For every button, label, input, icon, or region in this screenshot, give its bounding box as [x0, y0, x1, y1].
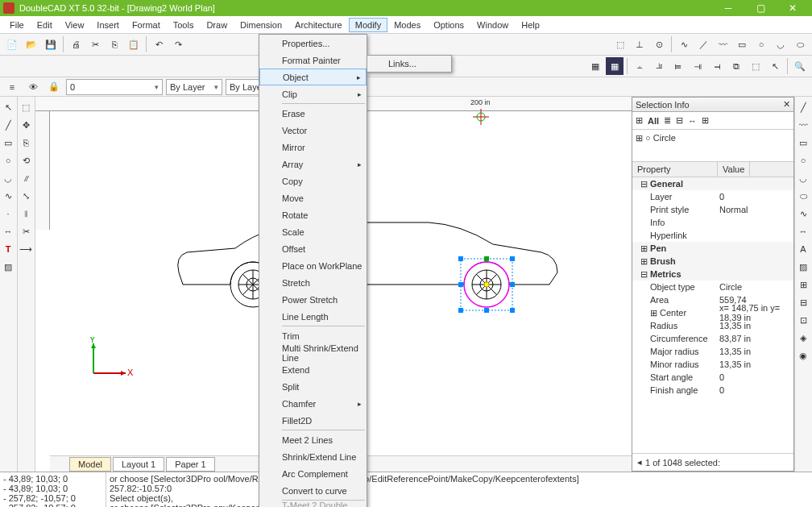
cut-icon[interactable]: ✂	[86, 35, 104, 53]
prop-radius[interactable]: Radius13,35 in	[632, 319, 793, 332]
menu-modify[interactable]: Modify	[349, 18, 387, 32]
copy-icon[interactable]: ⎘	[106, 35, 123, 53]
text-t-icon[interactable]: T	[0, 241, 16, 257]
history-item[interactable]: - 43,89; 10,03; 0	[3, 474, 102, 484]
modify-array[interactable]: Array▸	[259, 156, 367, 172]
history-list[interactable]: - 43,89; 10,03; 0- 43,89; 10,03; 0- 257,…	[0, 472, 106, 507]
move2-icon[interactable]: ✥	[18, 117, 34, 133]
modify-fillet2d[interactable]: Fillet2D	[259, 412, 367, 429]
selinfo-close-icon[interactable]: ✕	[783, 99, 790, 110]
curve-tool-icon[interactable]: ∿	[675, 35, 693, 53]
r-h1-icon[interactable]: ⊞	[795, 276, 811, 293]
modify-place-on-workplane[interactable]: Place on WorkPlane	[259, 257, 367, 274]
axis-icon[interactable]: ⊥	[631, 35, 648, 53]
modify-power-stretch[interactable]: Power Stretch	[259, 291, 367, 308]
pointer-tool-icon[interactable]: ↖	[0, 99, 16, 115]
dist-v-icon[interactable]: ⫤	[708, 57, 726, 75]
align-r-icon[interactable]: ⫢	[669, 57, 687, 75]
prop-info[interactable]: Info	[632, 216, 793, 229]
point-t-icon[interactable]: ·	[0, 206, 16, 222]
tab-paper1[interactable]: Paper 1	[166, 457, 215, 472]
menu-options[interactable]: Options	[427, 18, 470, 32]
modify-stretch[interactable]: Stretch	[259, 274, 367, 291]
menu-window[interactable]: Window	[470, 18, 515, 32]
ext2-icon[interactable]: ⟶	[18, 241, 34, 257]
r-line-icon[interactable]: ╱	[795, 99, 811, 115]
selinfo-f3-icon[interactable]: ↔	[688, 116, 697, 126]
menu-edit[interactable]: Edit	[31, 18, 59, 32]
object-submenu[interactable]: Links...	[367, 55, 452, 73]
polyline-icon[interactable]: 〰	[714, 35, 731, 53]
r-hatch-icon[interactable]: ▨	[795, 259, 811, 275]
r-h3-icon[interactable]: ⊡	[795, 312, 811, 328]
undo-icon[interactable]: ↶	[150, 35, 168, 53]
menu-architecture[interactable]: Architecture	[288, 18, 349, 32]
modify-shrink-extend-line[interactable]: Shrink/Extend Line	[259, 448, 367, 465]
selinfo-grid[interactable]: ⊟ GeneralLayer0Print styleNormalInfoHype…	[632, 177, 793, 453]
save-icon[interactable]: 💾	[42, 35, 60, 53]
bylayer-combo-1[interactable]: By Layer	[166, 79, 222, 95]
modify-properties-[interactable]: Properties...	[259, 35, 367, 52]
paste-icon[interactable]: 📋	[125, 35, 143, 53]
hatch-t-icon[interactable]: ▨	[0, 259, 16, 275]
modify-extend[interactable]: Extend	[259, 361, 367, 378]
menu-draw[interactable]: Draw	[200, 18, 234, 32]
menu-file[interactable]: File	[3, 18, 31, 32]
mir2-icon[interactable]: ⫽	[18, 170, 34, 186]
redo-icon[interactable]: ↷	[169, 35, 187, 53]
modify-format-painter[interactable]: Format Painter	[259, 52, 367, 69]
prop-major-radius[interactable]: Major radius13,35 in	[632, 345, 793, 358]
off2-icon[interactable]: ⫴	[18, 206, 34, 222]
modify-clip[interactable]: Clip▸	[259, 85, 367, 102]
selinfo-cat-icon[interactable]: ⊞	[636, 115, 643, 126]
prop-circumference[interactable]: Circumference83,87 in	[632, 332, 793, 345]
cursor-icon[interactable]: ↖	[766, 57, 784, 75]
arc-icon[interactable]: ◡	[772, 35, 789, 53]
r-h5-icon[interactable]: ◉	[795, 347, 811, 364]
modify-offset[interactable]: Offset	[259, 240, 367, 257]
layer-icon[interactable]: ≡	[3, 78, 21, 96]
select-icon[interactable]: ⬚	[747, 57, 764, 75]
dim-t-icon[interactable]: ↔	[0, 223, 16, 239]
menu-view[interactable]: View	[59, 18, 91, 32]
prop-start-angle[interactable]: Start angle0	[632, 371, 793, 384]
sel-icon[interactable]: ⬚	[18, 99, 34, 115]
modify-convert-to-curve[interactable]: Convert to curve	[259, 482, 367, 499]
curve-t-icon[interactable]: ∿	[0, 188, 16, 204]
links-item[interactable]: Links...	[388, 59, 416, 69]
history-item[interactable]: - 43,89; 10,03; 0	[3, 484, 102, 493]
close-button[interactable]: ✕	[777, 0, 809, 16]
rot2-icon[interactable]: ⟲	[18, 152, 34, 168]
open-icon[interactable]: 📂	[23, 35, 40, 53]
prop-center[interactable]: ⊞ Centerx= 148,75 in y= 18,39 in	[632, 306, 793, 319]
modify-split[interactable]: Split	[259, 378, 367, 395]
selinfo-f1-icon[interactable]: ≣	[664, 115, 671, 126]
history-item[interactable]: - 257,82; -10,57; 0	[3, 493, 102, 503]
tab-layout1[interactable]: Layout 1	[113, 457, 164, 472]
modify-chamfer[interactable]: Chamfer▸	[259, 395, 367, 412]
modify-rotate[interactable]: Rotate	[259, 206, 367, 223]
dist-h-icon[interactable]: ⫣	[689, 57, 706, 75]
prop-finish-angle[interactable]: Finish angle0	[632, 384, 793, 397]
snap-icon[interactable]: ⊙	[650, 35, 668, 53]
prop-object-type[interactable]: Object typeCircle	[632, 281, 793, 293]
copy2-icon[interactable]: ⎘	[18, 135, 34, 151]
prop-group-metrics[interactable]: ⊟ Metrics	[632, 268, 793, 281]
selinfo-all-tab[interactable]: All	[648, 116, 659, 126]
selinfo-tree[interactable]: ⊞ ○ Circle	[632, 130, 793, 162]
line-t-icon[interactable]: ╱	[0, 117, 16, 133]
modify-scale[interactable]: Scale	[259, 223, 367, 240]
layer-lock-icon[interactable]: 🔒	[45, 78, 63, 96]
menu-format[interactable]: Format	[126, 18, 167, 32]
align-c-icon[interactable]: ⫡	[650, 57, 668, 75]
modify-mirror[interactable]: Mirror	[259, 139, 367, 156]
scale2-icon[interactable]: ⤡	[18, 188, 34, 204]
minimize-button[interactable]: ─	[712, 0, 744, 16]
tab-model[interactable]: Model	[69, 457, 111, 472]
modify-copy[interactable]: Copy	[259, 172, 367, 189]
menu-tools[interactable]: Tools	[167, 18, 201, 32]
modify-dropdown[interactable]: Properties...Format PainterObject▸Clip▸E…	[259, 34, 367, 507]
modify-move[interactable]: Move	[259, 189, 367, 206]
menu-dimension[interactable]: Dimension	[234, 18, 288, 32]
r-circ-icon[interactable]: ○	[795, 152, 811, 168]
